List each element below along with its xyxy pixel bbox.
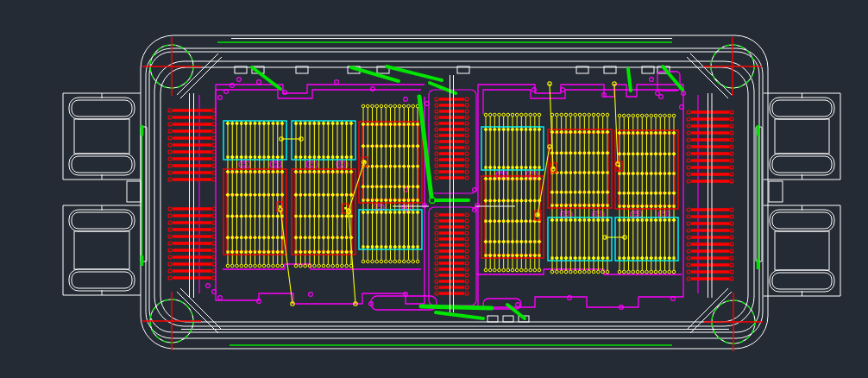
wire-marker-square (345, 236, 348, 239)
gate-pad-dot (344, 207, 347, 210)
wire-marker-square (606, 171, 608, 173)
wire-marker-square (645, 172, 648, 174)
wire-marker-square (601, 130, 604, 133)
wire-marker-square (254, 215, 256, 217)
wire-marker-square (659, 218, 662, 221)
wire-marker-square (267, 236, 270, 239)
wire-marker-square (529, 254, 531, 256)
wire-marker-square (327, 236, 330, 239)
wire-marker-square (272, 250, 274, 253)
wire-marker-square (489, 199, 492, 202)
wire-marker-square (236, 250, 238, 253)
wire-marker-square (299, 236, 302, 239)
wire-marker-square (331, 250, 334, 253)
wire-marker-square (636, 172, 638, 174)
wire-marker-square (389, 245, 392, 248)
wire-marker-square (327, 122, 330, 124)
wire-marker-square (318, 193, 320, 196)
wire-marker-square (249, 170, 252, 173)
wire-marker-square (525, 240, 527, 243)
wire-marker-square (494, 254, 496, 256)
bond-wire-green (421, 306, 492, 308)
wire-marker-square (322, 250, 324, 253)
wire-marker-square (511, 220, 513, 223)
wire-marker-square (367, 186, 369, 188)
wire-marker-square (641, 131, 644, 134)
wire-marker-square (226, 250, 229, 253)
wire-marker-square (240, 236, 242, 239)
wire-marker-square (632, 218, 634, 221)
wire-marker-square (574, 191, 576, 193)
wire-marker-square (313, 215, 316, 217)
wire-marker-square (636, 205, 638, 207)
wire-marker-square (525, 199, 527, 202)
wire-marker-square (336, 170, 338, 173)
wire-marker-square (664, 172, 666, 174)
wire-marker-square (318, 122, 320, 124)
wire-marker-square (489, 177, 492, 180)
wire-marker-square (627, 256, 630, 259)
wire-marker-square (244, 155, 247, 158)
wire-marker-square (654, 256, 657, 259)
wire-marker-square (349, 215, 352, 217)
wire-marker-square (592, 191, 594, 193)
wire-marker-square (556, 130, 558, 133)
wire-marker-square (597, 204, 600, 206)
wire-marker-square (516, 240, 519, 243)
wire-marker-square (592, 218, 594, 221)
wire-marker-square (578, 256, 581, 259)
wire-marker-square (538, 254, 540, 256)
wire-marker-square (618, 172, 620, 174)
wire-marker-square (641, 192, 644, 194)
wire-marker-square (583, 191, 586, 193)
wire-marker-square (331, 155, 334, 158)
wire-marker-square (623, 192, 626, 194)
wire-marker-square (560, 204, 563, 206)
wire-marker-square (574, 130, 576, 133)
wire-marker-square (249, 193, 252, 196)
wire-marker-square (304, 155, 306, 158)
wire-marker-square (385, 186, 387, 188)
wire-marker-square (484, 254, 487, 256)
wire-marker-square (349, 155, 352, 158)
wire-marker-square (362, 198, 364, 201)
wire-marker-square (299, 122, 302, 124)
wire-marker-square (533, 199, 536, 202)
wire-marker-square (560, 256, 563, 259)
wire-marker-square (416, 245, 418, 248)
wire-marker-square (578, 171, 581, 173)
gate-pad-dot (279, 205, 281, 208)
wire-marker-square (345, 193, 348, 196)
wire-marker-square (654, 205, 657, 207)
wire-marker-square (588, 171, 590, 173)
wire-marker-square (375, 123, 378, 125)
wire-marker-square (331, 215, 334, 217)
wire-marker-square (520, 220, 523, 223)
wire-marker-square (525, 177, 527, 180)
wire-marker-square (226, 155, 229, 158)
wire-marker-square (516, 199, 519, 202)
wire-marker-square (511, 166, 513, 168)
wire-marker-square (556, 152, 558, 154)
wire-marker-square (550, 256, 553, 259)
wire-marker-square (393, 145, 396, 148)
wire-marker-square (308, 193, 311, 196)
wire-marker-square (304, 215, 306, 217)
wire-marker-square (533, 128, 536, 130)
wire-marker-square (393, 211, 396, 213)
wire-marker-square (489, 128, 492, 130)
wire-marker-square (276, 193, 279, 196)
wire-marker-square (494, 220, 496, 223)
wire-marker-square (592, 152, 594, 154)
wire-marker-square (597, 256, 600, 259)
wire-marker-square (627, 172, 630, 174)
cad-viewport[interactable] (0, 0, 868, 378)
wire-marker-square (362, 245, 364, 248)
wire-marker-square (304, 250, 306, 253)
wire-marker-square (533, 177, 536, 180)
wire-marker-square (403, 186, 406, 188)
wire-marker-square (650, 153, 652, 155)
wire-marker-square (668, 131, 670, 134)
wire-marker-square (336, 236, 338, 239)
wire-marker-square (407, 198, 410, 201)
